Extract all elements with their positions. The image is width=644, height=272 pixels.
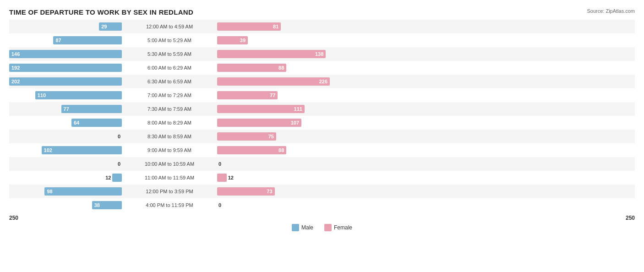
female-value-inside: 39: [240, 38, 248, 43]
female-value: 0: [218, 161, 231, 167]
female-bar: 226: [217, 77, 330, 86]
male-value-inside: 38: [92, 202, 100, 208]
source-label: Source: ZipAtlas.com: [587, 8, 635, 14]
right-section: 88: [215, 61, 330, 75]
legend-female-box: [324, 224, 332, 231]
left-section: 146: [9, 47, 124, 61]
male-bar: 102: [42, 146, 122, 154]
female-bar: 75: [217, 132, 276, 141]
female-value: 12: [228, 175, 241, 180]
male-value-inside: 64: [71, 120, 79, 125]
male-value-inside: 77: [61, 106, 69, 112]
table-row: 77 7:30 AM to 7:59 AM 111: [9, 102, 635, 116]
legend: Male Female: [9, 224, 635, 231]
legend-female: Female: [324, 224, 352, 231]
female-bar: 39: [217, 36, 248, 44]
male-bar: 98: [44, 187, 122, 196]
female-value-inside: 73: [267, 189, 274, 194]
table-row: 0 8:30 AM to 8:59 AM 75: [9, 130, 635, 143]
legend-female-label: Female: [334, 224, 352, 231]
table-row: 64 8:00 AM to 8:29 AM 107: [9, 116, 635, 130]
female-bar: 77: [217, 91, 278, 99]
left-section: 77: [9, 102, 124, 116]
female-bar: 138: [217, 50, 326, 58]
left-section: 29: [9, 20, 124, 33]
female-value-inside: 111: [294, 106, 305, 112]
axis-left: 250: [9, 215, 124, 221]
table-row: 29 12:00 AM to 4:59 AM 81: [9, 20, 635, 33]
right-section: 0: [215, 157, 330, 171]
table-row: 87 5:00 AM to 5:29 AM 39: [9, 33, 635, 47]
female-value-inside: 138: [315, 51, 326, 57]
left-section: 110: [9, 88, 124, 102]
axis-right: 250: [520, 215, 635, 221]
left-section: 192: [9, 61, 124, 75]
table-row: 38 4:00 PM to 11:59 PM 0: [9, 198, 635, 212]
left-section: 0: [9, 130, 124, 143]
female-value-inside: 226: [319, 79, 330, 84]
table-row: 202 6:30 AM to 6:59 AM 226: [9, 75, 635, 88]
female-bar: 88: [217, 64, 286, 72]
time-label: 5:00 AM to 5:29 AM: [124, 38, 215, 43]
table-row: 0 10:00 AM to 10:59 AM 0: [9, 157, 635, 171]
left-section: 98: [9, 185, 124, 198]
right-section: 73: [215, 185, 330, 198]
right-section: 39: [215, 33, 330, 47]
male-bar: 87: [53, 36, 122, 44]
right-section: 88: [215, 143, 330, 157]
time-label: 11:00 AM to 11:59 AM: [124, 175, 215, 180]
time-label: 12:00 PM to 3:59 PM: [124, 189, 215, 194]
female-bar: 111: [217, 105, 305, 113]
left-section: 0: [9, 157, 124, 171]
female-bar: [217, 174, 227, 182]
male-value-inside: 29: [99, 24, 107, 29]
female-value-inside: 81: [273, 24, 281, 29]
male-value: 0: [108, 134, 120, 139]
legend-male-label: Male: [301, 224, 313, 231]
table-row: 192 6:00 AM to 6:29 AM 88: [9, 61, 635, 75]
right-section: 111: [215, 102, 330, 116]
left-section: 87: [9, 33, 124, 47]
male-bar: 146: [9, 50, 122, 58]
time-label: 9:00 AM to 9:59 AM: [124, 147, 215, 153]
time-label: 5:30 AM to 5:59 AM: [124, 51, 215, 57]
male-bar: [112, 174, 122, 182]
female-bar: 107: [217, 119, 301, 127]
time-label: 10:00 AM to 10:59 AM: [124, 161, 215, 167]
male-bar: 38: [92, 201, 122, 209]
male-value: 0: [108, 161, 120, 167]
table-row: 12 11:00 AM to 11:59 AM 12: [9, 171, 635, 185]
right-section: 138: [215, 47, 330, 61]
female-value-inside: 75: [268, 134, 276, 139]
male-value-inside: 102: [42, 147, 52, 153]
right-section: 0: [215, 198, 330, 212]
male-bar: 202: [9, 77, 122, 86]
male-value-inside: 98: [44, 189, 52, 194]
table-row: 146 5:30 AM to 5:59 AM 138: [9, 47, 635, 61]
legend-male-box: [292, 224, 299, 231]
time-label: 7:00 AM to 7:29 AM: [124, 92, 215, 98]
time-label: 12:00 AM to 4:59 AM: [124, 24, 215, 29]
female-bar: 81: [217, 22, 281, 31]
male-bar: 64: [71, 119, 122, 127]
male-bar: 77: [61, 105, 122, 113]
right-section: 81: [215, 20, 330, 33]
chart-title: TIME OF DEPARTURE TO WORK BY SEX IN REDL…: [9, 8, 635, 16]
male-value-inside: 87: [53, 38, 61, 43]
time-label: 8:30 AM to 8:59 AM: [124, 134, 215, 139]
right-section: 12: [215, 171, 330, 185]
male-bar: 192: [9, 64, 122, 72]
right-section: 77: [215, 88, 330, 102]
right-section: 107: [215, 116, 330, 130]
male-value-inside: 146: [9, 51, 20, 57]
time-label: 4:00 PM to 11:59 PM: [124, 202, 215, 208]
right-section: 75: [215, 130, 330, 143]
female-value-inside: 88: [278, 147, 286, 153]
male-value-inside: 110: [35, 92, 46, 98]
left-section: 102: [9, 143, 124, 157]
table-row: 98 12:00 PM to 3:59 PM 73: [9, 185, 635, 198]
chart-area: 29 12:00 AM to 4:59 AM 81 87 5:00 AM to …: [9, 20, 635, 212]
male-value: 12: [98, 175, 111, 180]
time-label: 6:30 AM to 6:59 AM: [124, 79, 215, 84]
time-label: 6:00 AM to 6:29 AM: [124, 65, 215, 71]
